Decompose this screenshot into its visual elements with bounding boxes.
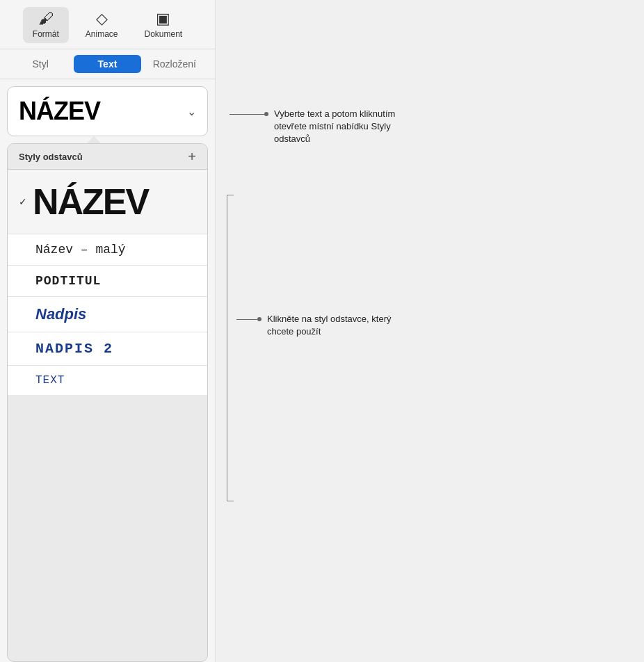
styles-list: ✓ NÁZEV Název – malý PODTITUL Nadpis [8, 170, 207, 395]
document-icon: ▣ [156, 11, 170, 26]
style-label-nadpis2: NADPIS 2 [35, 341, 113, 357]
style-label-nazev-large: NÁZEV [33, 184, 148, 220]
annotation-line-bottom [236, 319, 257, 320]
tab-rozlozeni[interactable]: Rozložení [141, 55, 208, 73]
styles-panel: Styly odstavců + ✓ NÁZEV Název – malý PO… [7, 143, 208, 662]
style-item-text[interactable]: TEXT [8, 366, 207, 395]
annotations-area: Vyberte text a potom kliknutím otevřete … [216, 0, 644, 662]
tab-text[interactable]: Text [74, 55, 140, 73]
style-item-nazev-large[interactable]: ✓ NÁZEV [8, 170, 207, 234]
annotation-dot-top [264, 112, 268, 116]
bracket-tick-top [227, 195, 234, 195]
diamond-icon: ◇ [96, 11, 108, 26]
chevron-down-icon: ⌄ [187, 105, 196, 118]
style-label-nadpis: Nadpis [35, 305, 86, 323]
tab-styl[interactable]: Styl [7, 55, 74, 73]
selected-style-preview: NÁZEV [19, 97, 100, 126]
checkmark-icon: ✓ [19, 196, 30, 207]
toolbar: 🖌 Formát ◇ Animace ▣ Dokument [0, 0, 215, 49]
annotation-dot-bottom [257, 317, 261, 321]
style-item-nazev-mali[interactable]: Název – malý [8, 234, 207, 266]
dropdown-pointer [87, 136, 101, 143]
annotation-text-bottom: Klikněte na styl odstavce, který chcete … [267, 313, 413, 338]
toolbar-dokument-button[interactable]: ▣ Dokument [135, 7, 193, 43]
annotation-line-top [230, 114, 264, 115]
add-style-button[interactable]: + [188, 150, 196, 163]
bracket-line-vertical [227, 195, 227, 501]
annotation-text-top: Vyberte text a potom kliknutím otevřete … [274, 108, 420, 146]
style-label-text: TEXT [35, 374, 65, 387]
style-label-podtitul: PODTITUL [35, 274, 101, 288]
style-label-nazev-mali: Název – malý [35, 243, 126, 257]
styles-panel-header: Styly odstavců + [8, 144, 207, 170]
style-item-nadpis2[interactable]: NADPIS 2 [8, 332, 207, 366]
format-panel: 🖌 Formát ◇ Animace ▣ Dokument Styl Text … [0, 0, 216, 662]
styles-panel-title: Styly odstavců [19, 152, 83, 162]
style-item-nadpis[interactable]: Nadpis [8, 297, 207, 332]
toolbar-format-button[interactable]: 🖌 Formát [23, 7, 69, 43]
bracket-tick-bottom [227, 501, 234, 501]
style-item-podtitul[interactable]: PODTITUL [8, 266, 207, 297]
toolbar-animace-button[interactable]: ◇ Animace [76, 7, 128, 43]
paintbrush-icon: 🖌 [38, 11, 54, 26]
tabs-bar: Styl Text Rozložení [0, 49, 215, 79]
style-selector[interactable]: NÁZEV ⌄ [7, 86, 208, 136]
